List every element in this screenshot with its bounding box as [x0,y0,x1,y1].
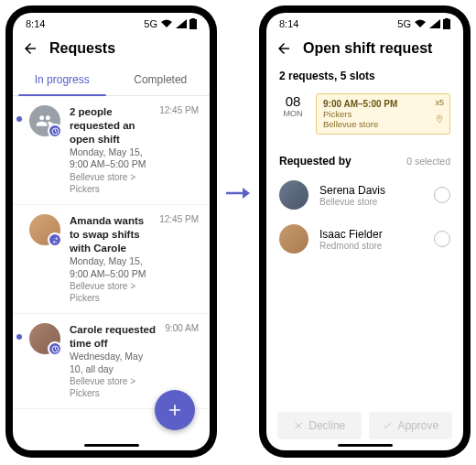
tab-in-progress[interactable]: In progress [13,64,112,95]
page-title: Requests [49,40,115,57]
shift-store: Bellevue store [323,119,443,129]
svg-rect-6 [445,18,449,19]
date-day: MON [279,109,307,118]
signal-icon [176,19,187,28]
item-meta: Bellevue store > Pickers [70,280,150,304]
decline-label: Decline [308,419,345,432]
approve-label: Approve [397,419,438,432]
list-item[interactable]: 2 people requested an open shift Monday,… [13,96,210,205]
unread-dot [16,116,22,122]
phone-left: 8:14 5G Requests In progress Completed [5,5,217,458]
select-radio[interactable] [434,231,450,247]
person-store: Redmond store [319,241,423,251]
page-title: Open shift request [303,40,432,57]
selected-count: 0 selected [406,156,450,167]
person-name: Serena Davis [319,184,423,197]
home-indicator [338,444,393,447]
person-name: Isaac Fielder [319,228,423,241]
timeoff-badge-icon [48,341,62,356]
shift-role: Pickers [323,109,443,119]
requested-by-label: Requested by [279,155,352,168]
shift-time: 9:00 AM–5:00 PM [323,99,443,109]
item-subtitle: Monday, May 15, 9:00 AM–5:00 PM [70,255,150,280]
list-item[interactable]: Amanda wants to swap shifts with Carole … [13,205,210,314]
status-bar: 8:14 5G [13,13,210,33]
clock-badge-icon [48,124,62,138]
phone-right: 8:14 5G Open shift request 2 requests, 5… [259,5,471,458]
fab-add-button[interactable] [155,390,195,430]
item-meta: Bellevue store > Pickers [70,375,156,399]
back-icon[interactable] [276,40,292,57]
svg-rect-1 [191,18,195,19]
select-radio[interactable] [434,187,450,203]
decline-button[interactable]: Decline [277,412,362,439]
swap-badge-icon [48,232,62,247]
plus-icon [166,401,184,419]
svg-rect-5 [443,19,450,29]
item-subtitle: Wednesday, May 10, all day [70,351,156,375]
home-indicator [84,444,139,447]
status-network: 5G [397,18,411,29]
item-meta: Bellevue store > Pickers [70,171,150,195]
status-bar: 8:14 5G [266,13,463,33]
tab-completed[interactable]: Completed [112,64,211,95]
signal-icon [429,19,440,28]
item-subtitle: Monday, May 15, 9:00 AM–5:00 PM [70,146,150,171]
status-time: 8:14 [279,18,298,29]
item-title: 2 people requested an open shift [70,105,150,146]
item-time: 12:45 PM [159,105,199,195]
battery-icon [189,18,197,29]
item-title: Amanda wants to swap shifts with Carole [70,214,150,255]
person-row[interactable]: Isaac Fielder Redmond store [266,217,463,261]
wifi-icon [414,19,427,28]
shift-count: x5 [435,98,444,107]
item-time: 12:45 PM [159,214,199,304]
status-time: 8:14 [26,18,45,29]
date-number: 08 [279,93,307,109]
item-title: Carole requested time off [70,323,156,351]
svg-rect-0 [189,19,197,29]
person-row[interactable]: Serena Davis Bellevue store [266,173,463,217]
close-icon [293,420,304,431]
wifi-icon [160,19,173,28]
status-network: 5G [144,18,157,29]
location-pin-icon [435,111,444,127]
check-icon [382,420,393,431]
avatar [279,180,308,210]
unread-dot [16,334,22,340]
shift-card[interactable]: 9:00 AM–5:00 PM Pickers Bellevue store x… [316,93,450,135]
approve-button[interactable]: Approve [369,412,453,439]
item-time: 9:00 AM [165,323,199,399]
summary-text: 2 requests, 5 slots [266,64,463,90]
tabs: In progress Completed [13,64,210,96]
person-store: Bellevue store [319,197,423,207]
date-column: 08 MON [279,93,307,135]
battery-icon [443,18,450,29]
flow-arrow-icon [226,184,250,206]
avatar [279,224,308,254]
back-icon[interactable] [22,40,38,57]
